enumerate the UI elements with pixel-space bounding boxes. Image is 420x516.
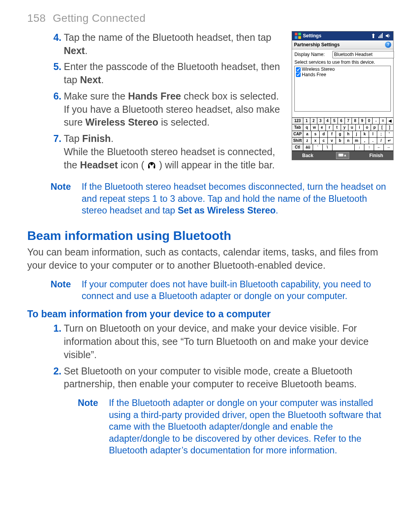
svg-rect-2 [295, 33, 298, 35]
keyboard-key[interactable]: b [336, 138, 344, 144]
svg-rect-1 [154, 166, 155, 168]
note-bt-adapter: Note If your computer does not have buil… [51, 278, 393, 302]
service-checkbox[interactable] [296, 67, 301, 72]
keyboard-key[interactable]: y [341, 124, 348, 131]
keyboard-key[interactable]: o [364, 124, 371, 131]
keyboard-key[interactable]: 6 [338, 118, 345, 124]
step-body: Tap Finish.While the Bluetooth stereo he… [64, 132, 282, 171]
softkey-back[interactable]: Back [302, 153, 313, 158]
keyboard-key[interactable]: ↑ [364, 144, 374, 151]
keyboard-key[interactable]: v [328, 138, 336, 144]
svg-rect-0 [148, 166, 150, 168]
keyboard-key[interactable]: a [303, 131, 312, 138]
service-checkbox-row[interactable]: Hands Free [296, 72, 389, 77]
keyboard-key[interactable]: Tab [292, 124, 303, 131]
keyboard-key[interactable]: ↓ [355, 144, 364, 151]
display-name-label: Display Name: [294, 52, 329, 57]
keyboard-key[interactable]: k [361, 131, 369, 138]
keyboard-key[interactable]: / [377, 138, 385, 144]
softkey-finish[interactable]: Finish [369, 153, 383, 158]
keyboard-key[interactable]: s [312, 131, 320, 138]
keyboard-key[interactable]: 9 [359, 118, 366, 124]
keyboard-key[interactable]: g [336, 131, 344, 138]
keyboard-key[interactable]: ; [377, 131, 385, 138]
keyboard-key[interactable]: 7 [345, 118, 352, 124]
service-name: Wireless Stereo [302, 67, 335, 72]
keyboard-key[interactable]: n [344, 138, 352, 144]
step-body: Tap the name of the Bluetooth headset, t… [64, 31, 282, 58]
subheading-beam-to-computer: To beam information from your device to … [27, 308, 393, 321]
keyboard-key[interactable]: áü [303, 144, 313, 151]
keyboard-key[interactable]: h [344, 131, 352, 138]
headset-icon [147, 160, 156, 170]
step-number: 4. [48, 31, 61, 44]
keyboard-key[interactable]: 4 [324, 118, 331, 124]
keyboard-key[interactable]: q [303, 124, 311, 131]
page-section-title: Getting Connected [53, 12, 146, 24]
step-number: 2. [48, 365, 61, 378]
service-name: Hands Free [302, 72, 326, 77]
keyboard-key[interactable]: m [353, 138, 361, 144]
keyboard-key[interactable]: e [318, 124, 326, 131]
keyboard-key[interactable] [332, 144, 355, 151]
note-text: If the Bluetooth stereo headset becomes … [82, 181, 393, 217]
device-titlebar-text: Settings [303, 33, 321, 38]
display-name-input[interactable] [332, 51, 394, 58]
beam-intro-paragraph: You can beam information, such as contac… [27, 246, 393, 272]
keyboard-key[interactable]: Ctl [292, 144, 303, 151]
keyboard-key[interactable]: 5 [331, 118, 338, 124]
keyboard-key[interactable]: l [369, 131, 377, 138]
keyboard-key[interactable]: 2 [310, 118, 317, 124]
keyboard-key[interactable]: i [356, 124, 363, 131]
soft-keyboard[interactable]: 1231234567890-=◀Tabqwertyuiop[]CAPasdfgh… [292, 117, 393, 151]
note-label: Note [78, 397, 109, 409]
keyboard-key[interactable]: x [312, 138, 320, 144]
keyboard-key[interactable]: ↵ [385, 138, 393, 144]
keyboard-key[interactable]: Shift [292, 138, 303, 144]
keyboard-key[interactable]: = [380, 118, 387, 124]
keyboard-key[interactable]: 8 [352, 118, 359, 124]
keyboard-key[interactable]: 0 [366, 118, 373, 124]
step-item: 6.Make sure the Hands Free check box is … [48, 90, 282, 129]
service-checkbox[interactable] [296, 72, 301, 77]
keyboard-key[interactable]: c [320, 138, 328, 144]
keyboard-key[interactable]: \ [323, 144, 332, 151]
keyboard-key[interactable]: z [303, 138, 312, 144]
keyboard-key[interactable]: r [326, 124, 333, 131]
keyboard-key[interactable]: f [328, 131, 336, 138]
keyboard-key[interactable]: ◀ [387, 118, 393, 124]
page-header: 158 Getting Connected [27, 11, 393, 26]
device-subtitle-bar: Partnership Settings ? [292, 40, 393, 49]
keyboard-key[interactable]: 1 [303, 118, 310, 124]
note-stereo-disconnect: Note If the Bluetooth stereo headset bec… [51, 181, 393, 217]
keyboard-key[interactable]: ← [374, 144, 384, 151]
sip-toggle-button[interactable]: ⌨▲ [336, 152, 349, 159]
device-titlebar: Settings [292, 31, 393, 40]
svg-rect-7 [380, 35, 380, 38]
service-checkbox-row[interactable]: Wireless Stereo [296, 67, 389, 72]
connection-icon [371, 33, 376, 38]
keyboard-key[interactable]: w [311, 124, 318, 131]
services-list: Wireless StereoHands Free [294, 66, 391, 112]
windows-start-icon[interactable] [294, 32, 301, 39]
keyboard-key[interactable]: u [348, 124, 356, 131]
keyboard-key[interactable]: p [371, 124, 378, 131]
keyboard-key[interactable]: → [384, 144, 393, 151]
keyboard-key[interactable]: - [373, 118, 380, 124]
keyboard-key[interactable]: ] [386, 124, 393, 131]
step-item: 5.Enter the passcode of the Bluetooth he… [48, 60, 282, 87]
keyboard-key[interactable]: t [333, 124, 341, 131]
help-icon[interactable]: ? [385, 42, 391, 48]
keyboard-key[interactable]: , [361, 138, 369, 144]
keyboard-key[interactable]: . [369, 138, 377, 144]
step-number: 1. [48, 322, 61, 335]
keyboard-key[interactable]: 123 [292, 118, 303, 124]
keyboard-key[interactable]: j [353, 131, 361, 138]
keyboard-key[interactable]: [ [378, 124, 386, 131]
keyboard-key[interactable]: d [320, 131, 328, 138]
keyboard-key[interactable]: ' [385, 131, 393, 138]
note-label: Note [51, 181, 82, 193]
keyboard-key[interactable]: CAP [292, 131, 303, 138]
keyboard-key[interactable]: ` [313, 144, 323, 151]
keyboard-key[interactable]: 3 [317, 118, 324, 124]
